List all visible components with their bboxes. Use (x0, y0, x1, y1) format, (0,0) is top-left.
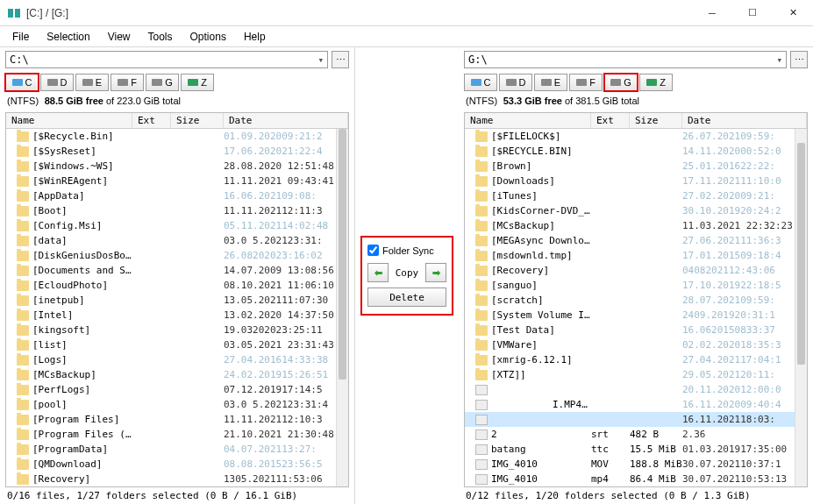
left-drive-c[interactable]: C (5, 74, 39, 91)
table-row[interactable]: 20.11.202012:00:0 (465, 382, 807, 397)
right-drive-g[interactable]: G (604, 74, 638, 91)
row-name: [Program Files (x86)] (32, 429, 132, 440)
table-row[interactable]: [Intel]13.02.2020 14:37:50 (6, 308, 348, 323)
table-row[interactable]: [scratch]28.07.202109:59: (465, 293, 807, 308)
table-row[interactable]: [$Windows.~WS]28.08.2020 12:51:48 (6, 159, 348, 174)
table-row[interactable]: [$RECYCLE.BIN]14.11.202000:52:0 (465, 144, 807, 159)
menu-view[interactable]: View (99, 28, 139, 46)
maximize-button[interactable]: ☐ (732, 0, 773, 26)
table-row[interactable]: [XTZ]]29.05.202120:11: (465, 367, 807, 382)
table-row[interactable]: [kingsoft]19.03202023:25:11 (6, 323, 348, 337)
table-row[interactable]: [PerfLogs]07.12.201917:14:5 (6, 382, 348, 397)
table-row[interactable]: [Brown]25.01.201622:22: (465, 159, 807, 174)
left-drive-g[interactable]: G (146, 74, 179, 91)
svg-rect-1 (15, 9, 20, 18)
table-row[interactable]: [list]03.05.2021 23:31:43 (6, 337, 348, 352)
col-date[interactable]: Date (224, 113, 348, 128)
right-drive-f[interactable]: F (569, 74, 603, 91)
right-drive-d[interactable]: D (499, 74, 532, 91)
row-date: 27.04.202117:04:1 (682, 354, 807, 366)
col-name[interactable]: Name (465, 113, 591, 128)
right-drive-c[interactable]: C (464, 74, 497, 91)
left-drive-z[interactable]: Z (181, 74, 214, 91)
menu-tools[interactable]: Tools (139, 28, 182, 46)
table-row[interactable]: [Documents and Settings]14.07.2009 13:08… (6, 263, 348, 278)
left-scrollbar[interactable] (336, 129, 348, 486)
table-row[interactable]: [KidsCorner-DVD_3]30.10.201920:24:2 (465, 203, 807, 218)
col-ext[interactable]: Ext (132, 113, 171, 128)
minimize-button[interactable]: ─ (692, 0, 732, 26)
menu-options[interactable]: Options (182, 28, 235, 46)
col-name[interactable]: Name (6, 113, 132, 128)
delete-button[interactable]: Delete (367, 287, 446, 307)
table-row[interactable]: [DiskGeniusDosBoot]26.08202023:16:02 (6, 248, 348, 263)
table-row[interactable]: [inetpub]13.05.202111:07:30 (6, 293, 348, 308)
table-row[interactable]: batangttc15.5 MiB01.03.201917:35:00 (465, 442, 807, 457)
table-row[interactable]: IMG_4010mp486.4 MiB30.07.202110:53:13 (465, 472, 807, 486)
table-row[interactable]: [System Volume Informati...2409.201920:3… (465, 308, 807, 323)
table-row[interactable]: [Config.Msi]05.11.202114:02:48 (6, 218, 348, 233)
table-row[interactable]: [xmrig-6.12.1]27.04.202117:04:1 (465, 352, 807, 367)
table-row[interactable]: [Recovery]1305.202111:53:06 (6, 472, 348, 486)
table-row[interactable]: [msdownld.tmp]17.01.201509:18:4 (465, 248, 807, 263)
table-row[interactable]: [ProgramData]04.07.202113:27: (6, 442, 348, 457)
table-row[interactable]: [AppData]16.06.202109:08: (6, 188, 348, 203)
col-date[interactable]: Date (682, 113, 807, 128)
folder-sync-checkbox[interactable]: Folder Sync (367, 245, 446, 256)
table-row[interactable]: [iTunes]27.02.202009:21: (465, 188, 807, 203)
table-row[interactable]: I.MP4.108...16.11.202009:40:4 (465, 397, 807, 412)
row-ext: mp4 (591, 473, 630, 485)
left-path-combo[interactable]: C:\ (5, 51, 328, 68)
right-drive-z[interactable]: Z (639, 74, 673, 91)
folder-icon (475, 131, 488, 142)
table-row[interactable]: [Program Files]11.11.202112:10:3 (6, 412, 348, 427)
close-button[interactable]: ✕ (773, 0, 813, 26)
table-row[interactable]: [pool]03.0 5.202123:31:4 (6, 397, 348, 412)
table-row[interactable]: 16.11.202118:03: (465, 412, 807, 427)
table-row[interactable]: [data]03.0 5.202123:31: (6, 233, 348, 248)
table-row[interactable]: [QMDownload]08.08.201523:56:5 (6, 457, 348, 472)
col-size[interactable]: Size (630, 113, 682, 128)
right-path-combo[interactable]: G:\ (464, 51, 787, 68)
left-drive-d[interactable]: D (40, 74, 74, 91)
table-row[interactable]: [Recovery]0408202112:43:06 (465, 263, 807, 278)
table-row[interactable]: [$FILELOCK$]26.07.202109:59: (465, 129, 807, 144)
table-row[interactable]: [MCsBackup]24.02.201915:26:51 (6, 367, 348, 382)
left-drive-e[interactable]: E (75, 74, 109, 91)
copy-right-button[interactable]: ➡ (425, 263, 446, 282)
menu-selection[interactable]: Selection (38, 28, 98, 46)
table-row[interactable]: [sanguo]17.10.201922:18:5 (465, 278, 807, 293)
drive-icon (12, 79, 23, 86)
table-row[interactable]: [$WinREAgent]11.11.2021 09:43:41 (6, 174, 348, 188)
col-size[interactable]: Size (171, 113, 224, 128)
right-path-config-button[interactable]: ⋯ (790, 51, 808, 68)
drive-icon (506, 79, 517, 86)
left-column-header[interactable]: Name Ext Size Date (6, 113, 348, 129)
table-row[interactable]: [$SysReset]17.06.202021:22:4 (6, 144, 348, 159)
left-drive-f[interactable]: F (111, 74, 144, 91)
table-row[interactable]: [Program Files (x86)]21.10.2021 21:30:48 (6, 427, 348, 442)
table-row[interactable]: [MCsBackup]11.03.2021 22:32:23 (465, 218, 807, 233)
row-date: 07.12.201917:14:5 (224, 384, 348, 395)
menu-file[interactable]: File (4, 28, 38, 46)
copy-left-button[interactable]: ⬅ (367, 263, 389, 282)
table-row[interactable]: [Test Data]16.0620150833:37 (465, 323, 807, 337)
table-row[interactable]: [Boot]11.11.202112:11:3 (6, 203, 348, 218)
folder-sync-input[interactable] (367, 245, 379, 256)
row-name: [$FILELOCK$] (491, 131, 591, 142)
right-drive-e[interactable]: E (534, 74, 567, 91)
table-row[interactable]: IMG_4010MOV188.8 MiB30.07.202110:37:1 (465, 457, 807, 472)
left-path-config-button[interactable]: ⋯ (332, 51, 349, 68)
table-row[interactable]: [MEGAsync Downloads]27.06.202111:36:3 (465, 233, 807, 248)
right-scrollbar[interactable] (795, 129, 807, 486)
table-row[interactable]: [VMWare]02.02.202018:35:3 (465, 337, 807, 352)
table-row[interactable]: [Logs]27.04.201614:33:38 (6, 352, 348, 367)
row-date: 21.10.2021 21:30:48 (224, 429, 348, 440)
menu-help[interactable]: Help (235, 28, 275, 46)
table-row[interactable]: [EcloudPhoto]08.10.2021 11:06:10 (6, 278, 348, 293)
right-column-header[interactable]: Name Ext Size Date (465, 113, 807, 129)
table-row[interactable]: [Downloads]17.11.202111:10:0 (465, 174, 807, 188)
col-ext[interactable]: Ext (591, 113, 630, 128)
table-row[interactable]: [$Recycle.Bin]01.09.202009:21:2 (6, 129, 348, 144)
table-row[interactable]: 2srt482 B2.36 (465, 427, 807, 442)
